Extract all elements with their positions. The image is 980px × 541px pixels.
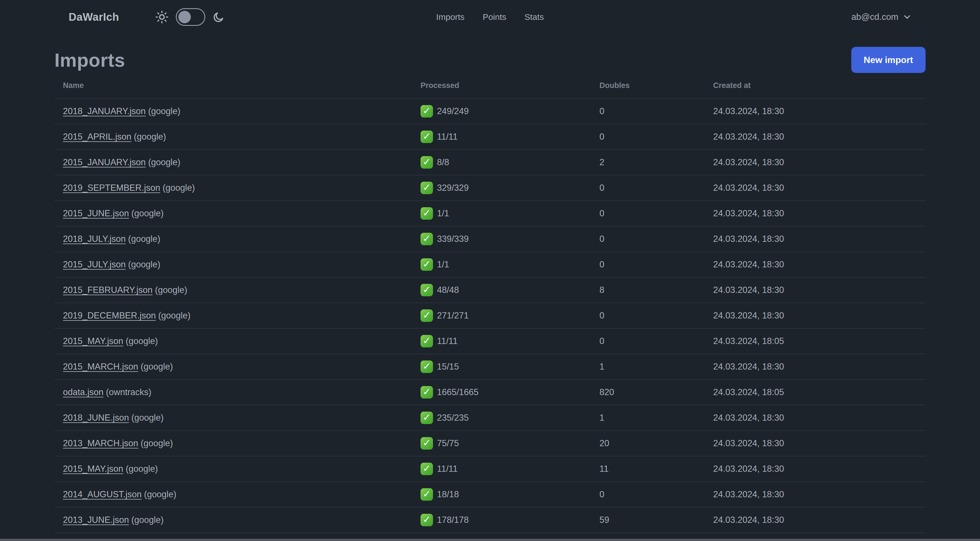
import-source-label: (google) [128, 234, 161, 244]
processed-cell: 1665/1665 [412, 380, 591, 405]
import-source-label: (google) [158, 311, 191, 321]
import-source-label: (google) [131, 413, 164, 423]
name-cell: 2019_SEPTEMBER.json (google) [54, 175, 412, 201]
import-file-link[interactable]: 2018_JANUARY.json [63, 106, 146, 116]
processed-count: 339/339 [437, 234, 469, 244]
name-cell: 2015_APRIL.json (google) [54, 124, 412, 150]
import-file-link[interactable]: 2015_FEBRUARY.json [63, 285, 153, 295]
import-source-label: (google) [141, 362, 173, 372]
success-check-icon [420, 233, 433, 245]
created-at-cell: 24.03.2024, 18:30 [705, 99, 926, 124]
doubles-cell: 1 [591, 354, 705, 380]
doubles-cell: 0 [591, 99, 705, 124]
nav-item-stats[interactable]: Stats [525, 12, 544, 22]
success-check-icon [420, 310, 433, 322]
imports-table: Name Processed Doubles Created at 2018_J… [54, 73, 926, 541]
import-file-link[interactable]: 2015_APRIL.json [63, 132, 131, 142]
table-row: 2015_FEBRUARY.json (google) 48/48 8 24.0… [54, 277, 926, 303]
processed-cell: 271/271 [412, 303, 591, 329]
success-check-icon [420, 361, 433, 373]
import-file-link[interactable]: 2019_SEPTEMBER.json [63, 183, 160, 193]
import-file-link[interactable]: 2014_AUGUST.json [63, 489, 142, 499]
processed-cell: 329/329 [412, 175, 591, 201]
import-file-link[interactable]: 2015_JULY.json [63, 259, 126, 270]
theme-toggle[interactable] [176, 8, 205, 26]
import-source-label: (google) [163, 183, 195, 193]
doubles-cell: 1 [591, 405, 705, 431]
processed-count: 329/329 [437, 183, 469, 193]
import-source-label: (google) [148, 157, 180, 167]
import-file-link[interactable]: 2019_DECEMBER.json [63, 311, 156, 321]
success-check-icon [420, 514, 433, 526]
created-at-cell: 24.03.2024, 18:30 [705, 482, 926, 507]
import-file-link[interactable]: 2018_JULY.json [63, 234, 126, 244]
created-at-cell: 24.03.2024, 18:30 [705, 124, 926, 150]
name-cell: 2019_DECEMBER.json (google) [54, 303, 412, 329]
processed-cell: 48/48 [412, 277, 591, 303]
processed-count: 11/11 [437, 132, 458, 142]
import-file-link[interactable]: 2015_MAY.json [63, 336, 123, 346]
app-logo[interactable]: DaWarIch [68, 11, 119, 23]
processed-cell: 18/18 [412, 482, 591, 507]
success-check-icon [420, 131, 433, 143]
name-cell: 2018_JULY.json (google) [54, 226, 412, 252]
doubles-cell: 0 [591, 329, 705, 354]
processed-count: 18/18 [437, 489, 459, 500]
name-cell: 2015_JULY.json (google) [54, 252, 412, 277]
processed-count: 1/1 [437, 259, 449, 270]
created-at-cell: 24.03.2024, 18:30 [705, 150, 926, 175]
nav-item-imports[interactable]: Imports [436, 12, 465, 22]
table-row: 2015_MAY.json (google) 11/11 11 24.03.20… [54, 456, 926, 482]
table-row: 2015_JUNE.json (google) 1/1 0 24.03.2024… [54, 201, 926, 226]
page-header: Imports New import [54, 47, 926, 73]
moon-icon [213, 11, 224, 23]
account-menu[interactable]: ab@cd.com [851, 12, 912, 22]
sun-icon [155, 11, 169, 24]
import-file-link[interactable]: 2015_MARCH.json [63, 362, 138, 372]
import-file-link[interactable]: 2015_JUNE.json [63, 208, 129, 218]
doubles-cell: 820 [591, 380, 705, 405]
table-row: 2015_MAY.json (google) 11/11 0 24.03.202… [54, 329, 926, 354]
import-file-link[interactable]: 2015_MAY.json [63, 464, 123, 474]
processed-count: 1/1 [437, 208, 449, 219]
name-cell: 2013_JUNE.json (google) [54, 507, 412, 533]
theme-toggle-knob [178, 11, 191, 23]
import-file-link[interactable]: 2013_MARCH.json [63, 438, 138, 448]
success-check-icon [420, 284, 433, 296]
success-check-icon [420, 335, 433, 348]
import-source-label: (google) [126, 464, 158, 474]
import-file-link[interactable]: odata.json [63, 387, 103, 397]
import-source-label: (google) [131, 515, 164, 525]
page-title: Imports [54, 49, 125, 71]
processed-cell: 1/1 [412, 252, 591, 277]
doubles-cell: 0 [591, 252, 705, 277]
created-at-cell: 24.03.2024, 18:30 [705, 456, 926, 482]
table-row: 2014_AUGUST.json (google) 18/18 0 24.03.… [54, 482, 926, 507]
success-check-icon [420, 463, 433, 475]
processed-cell: 8/8 [412, 150, 591, 175]
processed-count: 11/11 [437, 464, 458, 474]
import-file-link[interactable]: 2018_JUNE.json [63, 413, 129, 423]
created-at-cell: 24.03.2024, 18:30 [705, 303, 926, 329]
import-source-label: (google) [144, 489, 177, 499]
processed-count: 48/48 [437, 285, 459, 295]
success-check-icon [420, 386, 433, 399]
name-cell: 2013_MARCH.json (google) [54, 431, 412, 456]
processed-cell: 1/1 [412, 201, 591, 226]
processed-count: 249/249 [437, 106, 469, 116]
name-cell: 2018_JUNE.json (google) [54, 405, 412, 431]
created-at-cell: 24.03.2024, 18:30 [705, 431, 926, 456]
import-file-link[interactable]: 2013_JUNE.json [63, 515, 129, 525]
processed-cell: 11/11 [412, 124, 591, 150]
doubles-cell: 20 [591, 431, 705, 456]
success-check-icon [420, 156, 433, 169]
name-cell: 2015_MAY.json (google) [54, 456, 412, 482]
name-cell: 2014_AUGUST.json (google) [54, 482, 412, 507]
nav-item-points[interactable]: Points [483, 12, 506, 22]
horizontal-scrollbar[interactable] [0, 539, 980, 541]
table-row: 2015_JANUARY.json (google) 8/8 2 24.03.2… [54, 150, 926, 175]
processed-cell: 11/11 [412, 456, 591, 482]
new-import-button[interactable]: New import [851, 47, 926, 73]
import-file-link[interactable]: 2015_JANUARY.json [63, 157, 146, 167]
doubles-cell: 0 [591, 124, 705, 150]
